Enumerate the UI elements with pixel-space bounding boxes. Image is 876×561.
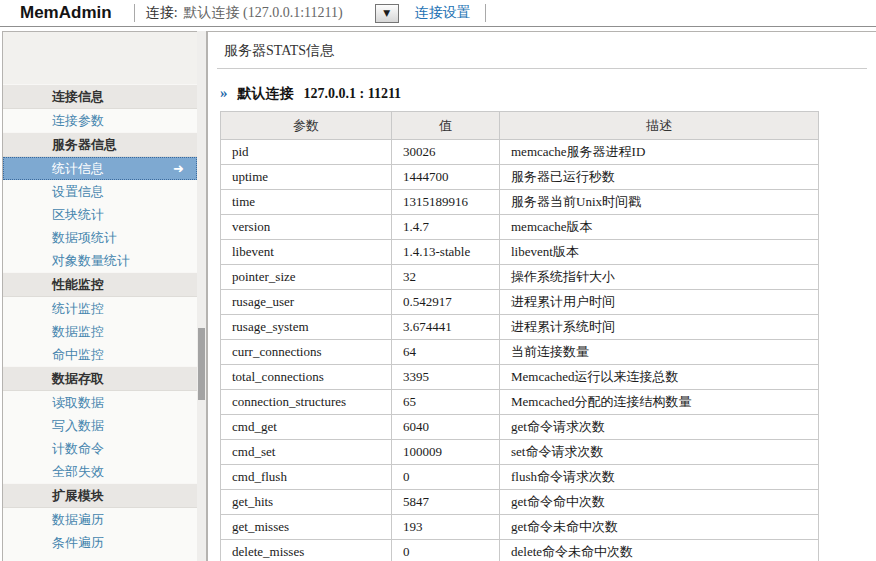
sidebar-item[interactable]: 设置信息 xyxy=(3,180,197,203)
description-cell: set命令请求次数 xyxy=(500,440,819,465)
value-cell: 1315189916 xyxy=(392,190,500,215)
description-cell: memcache服务器进程ID xyxy=(500,140,819,165)
param-cell: cmd_flush xyxy=(221,465,392,490)
value-cell: 3.674441 xyxy=(392,315,500,340)
sidebar-item-label: 读取数据 xyxy=(52,395,104,410)
description-cell: delete命令未命中次数 xyxy=(500,540,819,561)
sidebar-item[interactable]: 统计监控 xyxy=(3,297,197,320)
sidebar-scrollbar-thumb[interactable] xyxy=(198,328,205,400)
value-cell: 193 xyxy=(392,515,500,540)
sidebar-item[interactable]: 数据遍历 xyxy=(3,508,197,531)
value-cell: 0 xyxy=(392,465,500,490)
description-cell: 进程累计系统时间 xyxy=(500,315,819,340)
sidebar-item-label: 区块统计 xyxy=(52,207,104,222)
value-cell: 65 xyxy=(392,390,500,415)
description-cell: libevent版本 xyxy=(500,240,819,265)
param-cell: rusage_system xyxy=(221,315,392,340)
value-cell: 1.4.7 xyxy=(392,215,500,240)
sidebar-item[interactable]: 读取数据 xyxy=(3,391,197,414)
table-row: pointer_size32操作系统指针大小 xyxy=(221,265,819,290)
sidebar-section-title: 数据存取 xyxy=(3,366,197,391)
top-bar: MemAdmin 连接: 默认连接 (127.0.0.1:11211) ▼ 连接… xyxy=(0,0,876,27)
topbar-divider xyxy=(134,4,135,22)
description-cell: 服务器已运行秒数 xyxy=(500,165,819,190)
value-cell: 0 xyxy=(392,540,500,561)
sidebar-item-label: 条件遍历 xyxy=(52,535,104,550)
sidebar-item[interactable]: 命中监控 xyxy=(3,343,197,366)
param-cell: delete_misses xyxy=(221,540,392,561)
sidebar-item[interactable]: 数据项统计 xyxy=(3,226,197,249)
table-column-header: 参数 xyxy=(221,112,392,140)
table-column-header: 值 xyxy=(392,112,500,140)
description-cell: memcache版本 xyxy=(500,215,819,240)
sidebar-item[interactable]: 区块统计 xyxy=(3,203,197,226)
sidebar-item[interactable]: 写入数据 xyxy=(3,414,197,437)
connection-current-value: 默认连接 (127.0.0.1:11211) xyxy=(184,4,343,22)
value-cell: 32 xyxy=(392,265,500,290)
param-cell: cmd_set xyxy=(221,440,392,465)
connection-settings-link[interactable]: 连接设置 xyxy=(415,4,471,22)
main-panel: 服务器STATS信息 »默认连接127.0.0.1 : 11211 参数值描述 … xyxy=(207,31,876,561)
sidebar: 连接信息连接参数服务器信息统计信息➜设置信息区块统计数据项统计对象数量统计性能监… xyxy=(2,31,197,561)
table-row: cmd_get6040get命令请求次数 xyxy=(221,415,819,440)
param-cell: uptime xyxy=(221,165,392,190)
description-cell: 当前连接数量 xyxy=(500,340,819,365)
table-row: cmd_flush0flush命令请求次数 xyxy=(221,465,819,490)
table-row: rusage_system3.674441进程累计系统时间 xyxy=(221,315,819,340)
sidebar-item-label: 连接参数 xyxy=(52,113,104,128)
sidebar-top-spacer xyxy=(3,32,197,84)
param-cell: libevent xyxy=(221,240,392,265)
value-cell: 1444700 xyxy=(392,165,500,190)
param-cell: get_misses xyxy=(221,515,392,540)
chevron-down-icon: ▼ xyxy=(383,8,390,18)
sidebar-menu: 连接信息连接参数服务器信息统计信息➜设置信息区块统计数据项统计对象数量统计性能监… xyxy=(3,84,197,554)
sidebar-section-title: 扩展模块 xyxy=(3,483,197,508)
table-row: pid30026memcache服务器进程ID xyxy=(221,140,819,165)
sidebar-item[interactable]: 数据监控 xyxy=(3,320,197,343)
table-row: rusage_user0.542917进程累计用户时间 xyxy=(221,290,819,315)
sidebar-item-label: 计数命令 xyxy=(52,441,104,456)
sidebar-section-title: 连接信息 xyxy=(3,84,197,109)
sidebar-item-label: 全部失效 xyxy=(52,464,104,479)
connection-dropdown-button[interactable]: ▼ xyxy=(375,4,399,23)
sidebar-item[interactable]: 全部失效 xyxy=(3,460,197,483)
table-row: delete_misses0delete命令未命中次数 xyxy=(221,540,819,561)
param-cell: get_hits xyxy=(221,490,392,515)
param-cell: version xyxy=(221,215,392,240)
description-cell: get命令未命中次数 xyxy=(500,515,819,540)
table-row: curr_connections64当前连接数量 xyxy=(221,340,819,365)
connection-heading: »默认连接127.0.0.1 : 11211 xyxy=(220,85,876,103)
sidebar-item-label: 数据监控 xyxy=(52,324,104,339)
description-cell: get命令命中次数 xyxy=(500,490,819,515)
stats-table: 参数值描述 pid30026memcache服务器进程IDuptime14447… xyxy=(220,111,819,561)
param-cell: total_connections xyxy=(221,365,392,390)
topbar-divider xyxy=(485,4,486,22)
sidebar-item-label: 数据遍历 xyxy=(52,512,104,527)
description-cell: 操作系统指针大小 xyxy=(500,265,819,290)
description-cell: get命令请求次数 xyxy=(500,415,819,440)
sidebar-item[interactable]: 条件遍历 xyxy=(3,531,197,554)
sidebar-section-title: 服务器信息 xyxy=(3,132,197,157)
description-cell: 服务器当前Unix时间戳 xyxy=(500,190,819,215)
param-cell: curr_connections xyxy=(221,340,392,365)
sidebar-scrollbar-track[interactable] xyxy=(197,31,207,561)
sidebar-item[interactable]: 对象数量统计 xyxy=(3,249,197,272)
table-row: get_misses193get命令未命中次数 xyxy=(221,515,819,540)
param-cell: connection_structures xyxy=(221,390,392,415)
sidebar-item[interactable]: 统计信息➜ xyxy=(3,157,197,180)
table-row: connection_structures65Memcached分配的连接结构数… xyxy=(221,390,819,415)
table-row: time1315189916服务器当前Unix时间戳 xyxy=(221,190,819,215)
value-cell: 30026 xyxy=(392,140,500,165)
sidebar-item-label: 统计监控 xyxy=(52,301,104,316)
title-divider xyxy=(217,68,867,69)
sidebar-section-title: 性能监控 xyxy=(3,272,197,297)
param-cell: time xyxy=(221,190,392,215)
sidebar-item[interactable]: 连接参数 xyxy=(3,109,197,132)
table-row: total_connections3395Memcached运行以来连接总数 xyxy=(221,365,819,390)
sidebar-item-label: 命中监控 xyxy=(52,347,104,362)
sidebar-item[interactable]: 计数命令 xyxy=(3,437,197,460)
param-cell: pid xyxy=(221,140,392,165)
value-cell: 64 xyxy=(392,340,500,365)
stats-table-header: 参数值描述 xyxy=(221,112,819,140)
param-cell: pointer_size xyxy=(221,265,392,290)
